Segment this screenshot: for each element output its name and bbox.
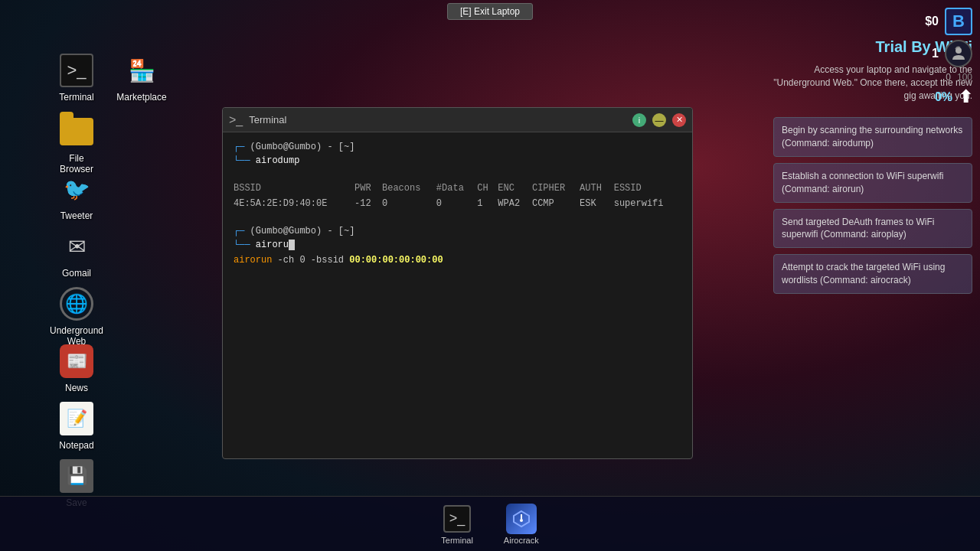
terminal-icon-label: Terminal [59,92,93,103]
cell-enc: WPA2 [498,197,532,210]
cell-beacons: 0 [382,197,436,210]
terminal-prompt-2: ┌─ (Gumbo@Gumbo) - [~] [234,224,681,238]
desktop-icon-terminal[interactable]: >_ Terminal [46,46,107,109]
progress-display: 0% [935,90,952,104]
taskbar-airocrack-icon [506,504,537,534]
terminal-info-button[interactable]: i [632,113,646,127]
terminal-cmd-suggestion: airorun -ch 0 -bssid 00:00:00:00:00:00 [234,253,681,267]
terminal-cmd-line-2: └── airoru [234,238,681,252]
xp-display: 0 [946,72,951,83]
exit-laptop-button[interactable]: [E] Exit Laptop [447,3,533,20]
desktop-icon-tweeter[interactable]: 🐦 Tweeter [46,165,107,227]
task-item-4[interactable]: Attempt to crack the targeted WiFi using… [773,254,972,294]
cell-data: 0 [436,197,477,210]
cursor [289,240,295,250]
col-auth: AUTH [580,181,614,197]
taskbar-terminal-icon: >_ [442,504,472,534]
task-item-2[interactable]: Establish a connection to WiFi superwifi… [773,163,972,203]
taskbar-terminal[interactable]: >_ Terminal [432,500,482,548]
taskbar-terminal-label: Terminal [441,536,473,545]
col-cipher: CIPHER [532,181,580,197]
tweeter-icon: 🐦 [58,171,95,207]
terminal-prompt-1: ┌─ (Gumbo@Gumbo) - [~] [234,140,681,154]
col-enc: ENC [498,181,532,197]
save-icon: 💾 [58,458,95,494]
cell-cipher: CCMP [532,197,580,210]
level-display: 1 [932,47,939,60]
taskbar-airocrack[interactable]: Airocrack [495,500,548,548]
marketplace-icon-label: Marketplace [116,92,166,103]
gomail-icon: ✉ [58,228,95,265]
top-bar: [E] Exit Laptop [0,0,980,23]
table-row: 4E:5A:2E:D9:40:0E -12 0 0 1 WPA2 CCMP ES… [234,197,681,210]
col-data: #Data [436,181,477,197]
news-icon-label: News [65,383,88,393]
terminal-close-button[interactable]: ✕ [672,113,686,127]
col-beacons: Beacons [382,181,436,197]
notepad-icon-label: Notepad [59,440,93,451]
desktop-icon-gomail[interactable]: ✉ Gomail [46,222,107,285]
terminal-body[interactable]: ┌─ (Gumbo@Gumbo) - [~] └── airodump BSSI… [223,132,692,458]
terminal-icon: >_ [58,52,95,89]
taskbar: >_ Terminal Airocrack [0,496,980,551]
cell-auth: ESK [580,197,614,210]
cell-ch: 1 [477,197,498,210]
col-ch: CH [477,181,498,197]
notepad-icon: 📝 [58,400,95,437]
terminal-title-icon: >_ [229,113,243,127]
tweeter-icon-label: Tweeter [60,210,93,221]
col-bssid: BSSID [234,181,354,197]
cell-pwr: -12 [354,197,382,210]
terminal-minimize-button[interactable]: — [652,113,666,127]
cell-essid: superwifi [614,197,681,210]
terminal-titlebar: >_ Terminal i — ✕ [223,108,692,132]
terminal-cmd-line-1: └── airodump [234,154,681,168]
level-max-display: 100 [957,72,972,83]
task-item-1[interactable]: Begin by scanning the surrounding networ… [773,117,972,157]
player-avatar [945,40,972,67]
cmd-args: -ch 0 -bssid [272,255,349,266]
col-pwr: PWR [354,181,382,197]
desktop-icon-marketplace[interactable]: 🏪 Marketplace [111,46,172,109]
folder-icon [58,113,95,150]
desktop-icon-notepad[interactable]: 📝 Notepad [46,394,107,457]
progress-icon: ⬆ [959,87,972,107]
col-essid: ESSID [614,181,681,197]
news-icon: 📰 [58,343,95,380]
terminal-scan-table: BSSID PWR Beacons #Data CH ENC CIPHER AU… [234,181,681,210]
terminal-window: >_ Terminal i — ✕ ┌─ (Gumbo@Gumbo) - [~]… [222,107,693,459]
task-item-3[interactable]: Send targeted DeAuth frames to WiFi supe… [773,209,972,249]
marketplace-icon: 🏪 [123,52,160,89]
taskbar-airocrack-label: Airocrack [504,536,539,545]
desktop-icon-news[interactable]: 📰 News [46,337,107,399]
cell-bssid: 4E:5A:2E:D9:40:0E [234,197,354,210]
underground-web-icon: 🌐 [58,285,95,322]
svg-point-3 [520,519,523,522]
terminal-title-text: Terminal [249,114,626,126]
gomail-icon-label: Gomail [62,268,91,279]
